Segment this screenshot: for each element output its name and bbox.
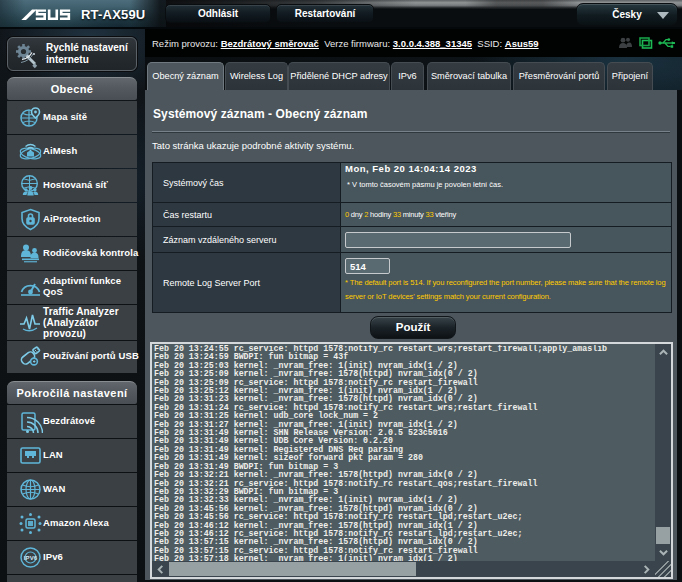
svg-text:IPV6: IPV6 [24, 555, 38, 561]
